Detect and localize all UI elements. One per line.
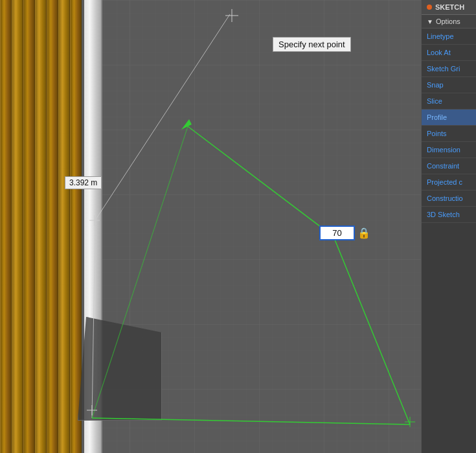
slat-6 xyxy=(58,0,70,453)
panel-item-slice[interactable]: Slice xyxy=(422,93,476,110)
panel-item-3d-sketch[interactable]: 3D Sketch xyxy=(422,207,476,223)
slat-4 xyxy=(35,0,47,453)
angle-input[interactable] xyxy=(319,226,355,240)
panel-item-points[interactable]: Points xyxy=(422,126,476,142)
section-collapse-arrow: ▼ xyxy=(427,18,433,25)
panel-item-snap[interactable]: Snap xyxy=(422,77,476,93)
measurement-label: 3.392 m xyxy=(65,176,102,189)
panel-item-projected-c[interactable]: Projected c xyxy=(422,174,476,191)
angle-input-container: 🔒 xyxy=(319,226,370,240)
crosshair-top xyxy=(225,9,238,22)
panel-items-list: LinetypeLook AtSketch GriSnapSliceProfil… xyxy=(422,29,476,223)
panel-item-linetype[interactable]: Linetype xyxy=(422,29,476,45)
right-panel: SKETCH ▼ Options LinetypeLook AtSketch G… xyxy=(421,0,476,453)
panel-item-constructio[interactable]: Constructio xyxy=(422,191,476,207)
panel-indicator-dot xyxy=(427,5,432,10)
panel-header: SKETCH xyxy=(422,0,476,15)
panel-item-profile[interactable]: Profile xyxy=(422,110,476,126)
viewport[interactable]: Specify next point 3.392 m 🔒 xyxy=(0,0,476,453)
slat-1 xyxy=(0,0,12,453)
panel-section-header[interactable]: ▼ Options xyxy=(422,15,476,29)
panel-title: SKETCH xyxy=(435,3,464,11)
panel-section-label: Options xyxy=(436,17,460,25)
crosshair-mid xyxy=(89,215,100,226)
panel-item-dimension[interactable]: Dimension xyxy=(422,142,476,158)
lock-icon[interactable]: 🔒 xyxy=(357,227,370,239)
slat-5 xyxy=(47,0,58,453)
slat-7 xyxy=(70,0,82,453)
crosshair-bottom xyxy=(87,405,97,415)
3d-model-area xyxy=(0,0,130,453)
slat-3 xyxy=(23,0,35,453)
crosshair-bottom-right xyxy=(405,417,415,427)
panel-item-look-at[interactable]: Look At xyxy=(422,45,476,61)
slat-2 xyxy=(12,0,23,453)
panel-item-constraint[interactable]: Constraint xyxy=(422,158,476,174)
panel-item-sketch-gri[interactable]: Sketch Gri xyxy=(422,61,476,77)
specify-next-point-tooltip: Specify next point xyxy=(273,37,351,52)
